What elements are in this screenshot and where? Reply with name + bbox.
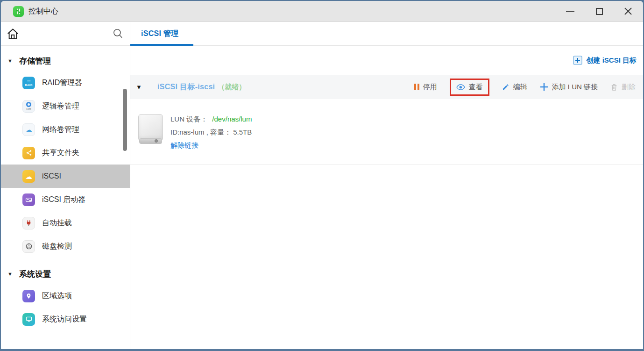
pencil-icon — [502, 83, 510, 91]
tab-iscsi-management[interactable]: iSCSI 管理 — [141, 29, 179, 39]
view-button-highlighted[interactable]: 查看 — [450, 79, 489, 96]
hard-drive-icon — [138, 114, 163, 144]
sidebar-item-auto-mount[interactable]: 自动挂载 — [1, 211, 130, 235]
target-actions: 停用 查看 — [414, 79, 636, 96]
sidebar-item-logical-volume[interactable]: LVM 逻辑卷管理 — [1, 94, 130, 118]
sidebar-item-raid-manager[interactable]: ≣RAID RAID管理器 — [1, 71, 130, 94]
edit-label: 编辑 — [513, 83, 527, 92]
sidebar-item-label: 磁盘检测 — [42, 242, 72, 251]
sidebar-item-label: 自动挂载 — [42, 218, 72, 228]
sidebar-item-label: 系统访问设置 — [42, 315, 87, 324]
raid-icon: ≣RAID — [22, 77, 35, 89]
sidebar-item-iscsi[interactable]: ☁ iSCSI — [1, 165, 130, 188]
create-iscsi-target-button[interactable]: 创建 iSCSI 目标 — [573, 56, 637, 65]
lun-device-label: LUN 设备： — [170, 115, 207, 123]
lun-device-value: /dev/nas/lum — [212, 115, 252, 123]
section-system-settings[interactable]: ▼ 系统设置 — [1, 264, 130, 284]
section-collapse-icon: ▼ — [7, 58, 13, 64]
sidebar-item-label: 网络卷管理 — [42, 125, 79, 135]
close-icon — [624, 7, 632, 15]
active-tab-underline — [130, 44, 193, 46]
main-panel: 创建 iSCSI 目标 ▼ iSCSI 目标-iscsi （就绪） 停用 — [130, 46, 643, 349]
disk-check-icon — [22, 240, 35, 253]
sidebar-item-system-access[interactable]: 系统访问设置 — [1, 308, 130, 331]
titlebar: 控制中心 — [1, 1, 643, 22]
iscsi-icon: ☁ — [22, 170, 35, 183]
system-access-icon — [22, 313, 35, 326]
sidebar-item-shared-folder[interactable]: 共享文件夹 — [1, 141, 130, 165]
sidebar-item-label: 区域选项 — [42, 291, 72, 301]
minimize-button[interactable] — [566, 7, 575, 16]
sidebar-scrollbar[interactable] — [123, 89, 127, 151]
window-title: 控制中心 — [28, 7, 58, 16]
search-icon[interactable] — [112, 28, 124, 42]
eye-icon — [456, 84, 465, 91]
iscsi-target-row: ▼ iSCSI 目标-iscsi （就绪） 停用 查看 — [130, 75, 643, 99]
trash-icon — [610, 83, 618, 91]
sidebar-item-region-options[interactable]: 区域选项 — [1, 284, 130, 308]
lun-id-capacity: ID:nas-lum , 容量： 5.5TB — [170, 128, 252, 137]
sidebar-item-label: 共享文件夹 — [42, 148, 79, 158]
plus-square-icon — [573, 56, 582, 65]
stop-button[interactable]: 停用 — [414, 83, 437, 92]
sidebar-item-label: iSCSI 启动器 — [42, 195, 85, 205]
sidebar-item-iscsi-initiator[interactable]: iSCSI 启动器 — [1, 188, 130, 211]
sidebar-header — [1, 22, 130, 45]
unlink-button[interactable]: 解除链接 — [170, 141, 198, 150]
empty-content-area — [130, 165, 643, 349]
control-center-window: 控制中心 — [1, 1, 643, 349]
network-volume-icon: ☁ — [22, 123, 35, 136]
window-controls — [566, 7, 633, 16]
view-label: 查看 — [469, 83, 483, 92]
body: ▼ 存储管理 ≣RAID RAID管理器 LVM 逻辑卷管理 ☁ 网络卷管理 — [1, 46, 643, 349]
sidebar-item-disk-check[interactable]: 磁盘检测 — [1, 235, 130, 258]
section-label: 系统设置 — [19, 269, 51, 279]
pause-icon — [414, 84, 419, 90]
plus-icon — [540, 83, 548, 91]
target-status-badge: （就绪） — [218, 83, 246, 92]
lun-device-line: LUN 设备： /dev/nas/lum — [170, 115, 252, 124]
header-row: iSCSI 管理 — [1, 22, 643, 46]
home-button[interactable] — [1, 22, 25, 45]
sidebar-item-network-volume[interactable]: ☁ 网络卷管理 — [1, 118, 130, 141]
search-box — [25, 22, 130, 45]
maximize-button[interactable] — [594, 7, 604, 16]
sidebar-item-label: 逻辑卷管理 — [42, 101, 79, 111]
sidebar: ▼ 存储管理 ≣RAID RAID管理器 LVM 逻辑卷管理 ☁ 网络卷管理 — [1, 46, 130, 349]
edit-button[interactable]: 编辑 — [502, 83, 527, 92]
auto-mount-icon — [22, 217, 35, 229]
toggles-glyph — [15, 8, 22, 15]
lvm-icon: LVM — [22, 100, 35, 113]
lun-info: LUN 设备： /dev/nas/lum ID:nas-lum , 容量： 5.… — [170, 114, 252, 164]
target-title: iSCSI 目标-iscsi — [157, 82, 215, 92]
tab-bar: iSCSI 管理 — [130, 22, 643, 45]
shared-folder-icon — [22, 147, 35, 159]
home-icon — [7, 28, 19, 40]
lun-detail-row: LUN 设备： /dev/nas/lum ID:nas-lum , 容量： 5.… — [130, 99, 643, 165]
close-button[interactable] — [623, 7, 633, 16]
stop-label: 停用 — [423, 83, 437, 92]
section-storage-management[interactable]: ▼ 存储管理 — [1, 50, 130, 71]
sidebar-item-label: RAID管理器 — [42, 78, 82, 88]
region-icon — [22, 290, 35, 302]
sidebar-item-label: iSCSI — [42, 172, 61, 180]
add-lun-label: 添加 LUN 链接 — [552, 83, 598, 92]
delete-button[interactable]: 删除 — [610, 83, 636, 92]
collapse-triangle-icon[interactable]: ▼ — [136, 84, 145, 91]
minimize-icon — [566, 11, 574, 12]
toolbar: 创建 iSCSI 目标 — [130, 46, 643, 75]
create-button-label: 创建 iSCSI 目标 — [586, 56, 637, 65]
iscsi-initiator-icon — [22, 193, 35, 206]
section-collapse-icon: ▼ — [7, 271, 13, 277]
control-center-app-icon — [13, 6, 24, 17]
delete-label: 删除 — [622, 83, 636, 92]
maximize-icon — [596, 8, 603, 15]
section-label: 存储管理 — [19, 56, 51, 66]
add-lun-link-button[interactable]: 添加 LUN 链接 — [540, 83, 598, 92]
